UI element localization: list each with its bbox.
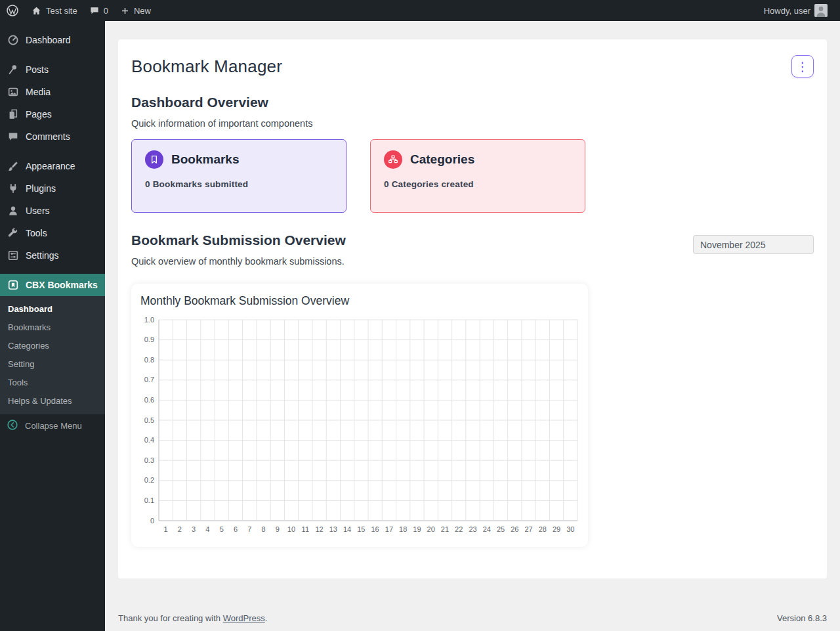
menu-separator <box>0 51 105 58</box>
overview-cards-row: Bookmarks 0 Bookmarks submitted Categori… <box>131 139 814 213</box>
sidebar-item-label: CBX Bookmarks <box>26 280 98 290</box>
svg-text:24: 24 <box>483 525 491 533</box>
comments-bubble-icon <box>89 5 100 16</box>
panel-options-button[interactable]: ⋮ <box>791 55 814 77</box>
svg-text:0.1: 0.1 <box>144 496 154 504</box>
submission-chart-svg: 00.10.20.30.40.50.60.70.80.91.0123456789… <box>139 315 580 539</box>
submenu-item-setting[interactable]: Setting <box>0 355 105 374</box>
comment-count-badge: 0 <box>104 6 108 16</box>
wp-logo-button[interactable] <box>0 0 25 21</box>
sidebar-item-label: Pages <box>26 109 52 120</box>
bookmark-menu-icon <box>7 278 20 292</box>
howdy-user-menu[interactable]: Howdy, user <box>758 0 833 21</box>
bookmark-manager-panel: Bookmark Manager ⋮ Dashboard Overview Qu… <box>118 39 827 578</box>
wordpress-link[interactable]: WordPress <box>223 613 265 623</box>
admin-footer: Thank you for creating with WordPress. V… <box>118 608 827 631</box>
sidebar-item-users[interactable]: Users <box>0 200 105 222</box>
admin-sidebar: Dashboard Posts Media Pages Comments <box>0 21 105 631</box>
new-content-button[interactable]: New <box>114 0 157 21</box>
svg-text:0.2: 0.2 <box>144 476 154 484</box>
sidebar-item-label: Plugins <box>26 183 56 194</box>
brush-icon <box>7 160 20 173</box>
svg-text:1: 1 <box>164 525 168 533</box>
submenu-item-helps-updates[interactable]: Helps & Updates <box>0 392 105 410</box>
footer-period: . <box>265 613 268 623</box>
sidebar-item-media[interactable]: Media <box>0 81 105 103</box>
sidebar-item-plugins[interactable]: Plugins <box>0 177 105 200</box>
svg-text:25: 25 <box>497 525 505 533</box>
submenu-item-tools[interactable]: Tools <box>0 374 105 392</box>
sidebar-item-label: Comments <box>26 131 70 142</box>
submenu-item-bookmarks[interactable]: Bookmarks <box>0 318 105 337</box>
admin-bar: Test site 0 New Howdy, user <box>0 0 840 21</box>
svg-text:16: 16 <box>371 525 379 533</box>
svg-text:0.3: 0.3 <box>144 456 154 464</box>
svg-text:11: 11 <box>302 525 309 533</box>
categories-card-title: Categories <box>410 152 474 167</box>
sidebar-item-label: Dashboard <box>26 35 71 45</box>
sidebar-item-cbx-bookmarks[interactable]: CBX Bookmarks <box>0 274 105 296</box>
dashboard-overview-subtext: Quick information of important component… <box>131 118 814 129</box>
svg-text:21: 21 <box>441 525 449 533</box>
submission-overview-subtext: Quick overview of monthly bookmark submi… <box>131 256 346 267</box>
sidebar-item-dashboard[interactable]: Dashboard <box>0 29 105 51</box>
sidebar-item-tools[interactable]: Tools <box>0 222 105 244</box>
user-icon <box>7 204 20 217</box>
site-name-menu[interactable]: Test site <box>25 0 83 21</box>
svg-text:20: 20 <box>427 525 435 533</box>
cbx-bookmarks-submenu: Dashboard Bookmarks Categories Setting T… <box>0 296 105 414</box>
sidebar-item-posts[interactable]: Posts <box>0 58 105 81</box>
sidebar-item-label: Posts <box>26 64 49 75</box>
submission-chart-card: Monthly Bookmark Submission Overview 00.… <box>131 284 588 547</box>
dashboard-overview-heading: Dashboard Overview <box>131 95 814 110</box>
sidebar-item-settings[interactable]: Settings <box>0 244 105 267</box>
svg-text:7: 7 <box>247 525 251 533</box>
svg-text:0.5: 0.5 <box>144 416 154 424</box>
svg-text:10: 10 <box>287 525 295 533</box>
collapse-arrow-icon <box>7 419 20 432</box>
svg-text:9: 9 <box>276 525 280 533</box>
submenu-item-categories[interactable]: Categories <box>0 337 105 355</box>
bookmarks-stat-card: Bookmarks 0 Bookmarks submitted <box>131 139 346 213</box>
wrench-icon <box>7 227 20 240</box>
collapse-menu-button[interactable]: Collapse Menu <box>0 414 105 437</box>
comments-bar-button[interactable]: 0 <box>83 0 114 21</box>
sidebar-item-comments[interactable]: Comments <box>0 125 105 148</box>
sidebar-item-appearance[interactable]: Appearance <box>0 155 105 177</box>
kebab-menu-icon: ⋮ <box>797 60 809 73</box>
svg-text:0.8: 0.8 <box>144 356 154 364</box>
pages-icon <box>7 108 20 121</box>
user-avatar <box>814 4 828 17</box>
bookmarks-count-text: 0 Bookmarks submitted <box>145 179 333 189</box>
svg-text:4: 4 <box>205 525 209 533</box>
wordpress-logo-icon <box>6 4 19 17</box>
svg-text:30: 30 <box>566 525 574 533</box>
svg-text:6: 6 <box>234 525 238 533</box>
plug-icon <box>7 182 20 195</box>
svg-text:5: 5 <box>220 525 224 533</box>
svg-text:0: 0 <box>150 517 154 525</box>
svg-text:19: 19 <box>413 525 421 533</box>
svg-text:18: 18 <box>399 525 407 533</box>
settings-icon <box>7 249 20 262</box>
svg-text:3: 3 <box>192 525 196 533</box>
sidebar-item-label: Users <box>26 206 50 216</box>
month-picker-input[interactable] <box>693 235 814 254</box>
svg-text:1.0: 1.0 <box>144 316 154 324</box>
svg-text:0.6: 0.6 <box>144 396 154 404</box>
svg-text:0.9: 0.9 <box>144 336 154 343</box>
sidebar-item-label: Media <box>26 87 51 97</box>
sidebar-item-pages[interactable]: Pages <box>0 103 105 125</box>
footer-thanks-prefix: Thank you for creating with <box>118 613 220 623</box>
footer-version-text: Version 6.8.3 <box>777 613 827 623</box>
home-icon <box>31 5 42 16</box>
svg-text:17: 17 <box>385 525 393 533</box>
svg-text:27: 27 <box>524 525 532 533</box>
bookmark-card-icon <box>145 150 163 169</box>
svg-text:23: 23 <box>469 525 476 533</box>
media-icon <box>7 85 20 98</box>
submenu-item-dashboard[interactable]: Dashboard <box>0 300 105 318</box>
sidebar-item-label: Tools <box>26 228 47 238</box>
collapse-menu-label: Collapse Menu <box>25 421 82 431</box>
submission-overview-heading: Bookmark Submission Overview <box>131 232 346 248</box>
